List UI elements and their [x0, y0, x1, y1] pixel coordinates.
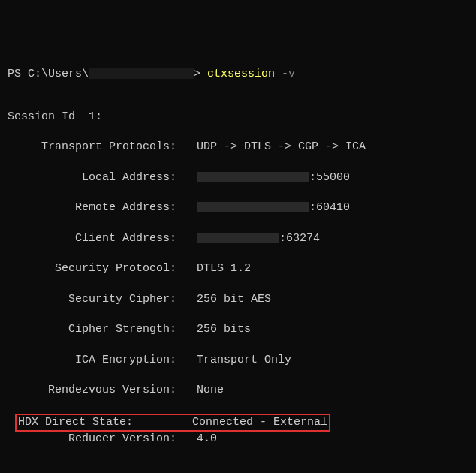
prompt-line: PS C:\Users\> ctxsession -v	[8, 67, 468, 82]
row-value: Connected - External	[192, 415, 327, 430]
session-row: ICA Encryption: Transport Only	[8, 353, 468, 368]
command-text: ctxsession	[207, 68, 275, 80]
session-row: Reducer Version: 4.0	[8, 432, 468, 447]
session-header: Session Id 1:	[8, 110, 468, 125]
row-label: Remote Address:	[8, 200, 176, 215]
session-row: Cipher Strength: 256 bits	[8, 322, 468, 337]
hdx-direct-highlight: HDX Direct State: Connected - External	[15, 414, 330, 432]
session-row: Client Address: :63274	[8, 231, 468, 246]
row-label: Security Protocol:	[8, 261, 176, 276]
row-label: HDX Direct State:	[18, 415, 172, 430]
row-value: DTLS 1.2	[197, 261, 251, 276]
row-value: 256 bit AES	[197, 292, 271, 307]
row-value: UDP -> DTLS -> CGP -> ICA	[197, 140, 366, 155]
row-label: Transport Protocols:	[8, 140, 176, 155]
row-label: Cipher Strength:	[8, 322, 176, 337]
session-row: Transport Protocols: UDP -> DTLS -> CGP …	[8, 140, 468, 155]
row-value: Transport Only	[197, 353, 291, 368]
prompt-prefix: PS C:\Users\	[8, 68, 89, 80]
row-label: Security Cipher:	[8, 292, 176, 307]
session-row: Security Protocol: DTLS 1.2	[8, 261, 468, 276]
session-row: Security Cipher: 256 bit AES	[8, 292, 468, 307]
prompt-suffix: >	[194, 68, 207, 80]
redacted-address	[197, 233, 279, 243]
command-flag: -v	[282, 68, 295, 80]
session-row: Rendezvous Version: None	[8, 383, 468, 398]
row-value: 256 bits	[197, 322, 251, 337]
redacted-username	[89, 68, 194, 79]
row-label: ICA Encryption:	[8, 353, 176, 368]
row-label: Local Address:	[8, 170, 176, 185]
row-value: :55000	[309, 170, 350, 185]
row-value: 4.0	[197, 432, 217, 447]
redacted-address	[197, 172, 309, 182]
row-label: Rendezvous Version:	[8, 383, 176, 398]
session-row: Remote Address: :60410	[8, 200, 468, 215]
row-label: Reducer Version:	[8, 432, 176, 447]
session-row: Local Address: :55000	[8, 170, 468, 185]
redacted-address	[197, 202, 309, 212]
row-label: Client Address:	[8, 231, 176, 246]
row-value: None	[197, 383, 224, 398]
row-value: :60410	[309, 200, 350, 215]
row-value: :63274	[279, 231, 320, 246]
